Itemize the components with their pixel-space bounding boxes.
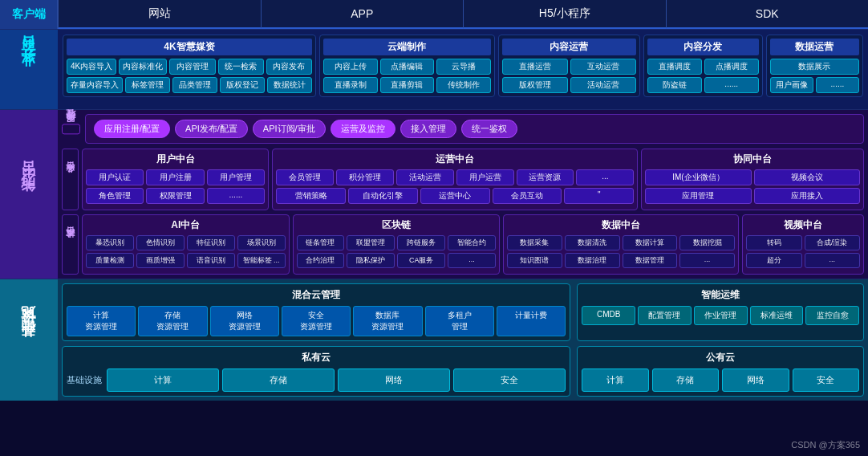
tech-platform-label: 技术 中台 bbox=[62, 214, 79, 275]
collab-platform-row2: 应用管理 应用接入 bbox=[645, 188, 860, 204]
tag-activity-ops: 活动运营 bbox=[570, 77, 636, 93]
cloud-row1: 内容上传 点播编辑 云导播 bbox=[323, 59, 491, 75]
content-ops-row2: 版权管理 活动运营 bbox=[502, 77, 636, 93]
ttag-quality: 质量检测 bbox=[86, 253, 134, 268]
ttag-data-collect: 数据采集 bbox=[507, 235, 562, 250]
ttag-data-clean: 数据清洗 bbox=[565, 235, 620, 250]
capability-content: 服务 管理 应用注册/配置 API发布/配置 API订阅/审批 运营及监控 接入… bbox=[58, 110, 868, 279]
module-data-ops-title: 数据运营 bbox=[770, 39, 859, 55]
service-mgmt-pills: 应用注册/配置 API发布/配置 API订阅/审批 运营及监控 接入管理 统一鉴… bbox=[85, 114, 864, 144]
public-cloud-tags: 计算 存储 网络 安全 bbox=[582, 368, 859, 392]
collab-platform-row1: IM(企业微信） 视频会议 bbox=[645, 169, 860, 185]
user-platform: 用户中台 用户认证 用户注册 用户管理 角色管理 权限管理 ...... bbox=[82, 149, 269, 210]
module-cloud-prod: 云端制作 内容上传 点播编辑 云导播 直播录制 直播剪辑 传统制作 bbox=[319, 35, 495, 97]
tag-copyright-mgmt: 版权管理 bbox=[502, 77, 568, 93]
ptag-ops-center: 运营中心 bbox=[420, 188, 490, 204]
pill-api-sub[interactable]: API订阅/审批 bbox=[253, 120, 326, 138]
module-4k-title: 4K智慧媒资 bbox=[67, 39, 312, 55]
data-row2: 知识图谱 数据治理 数据管理 ... bbox=[507, 253, 735, 268]
ptag-activity-ops: 活动运营 bbox=[396, 169, 454, 185]
ops-platform-row2: 营销策略 自动化引擎 运营中心 会员互动 " bbox=[276, 188, 634, 204]
data-platform-title: 数据中台 bbox=[507, 218, 735, 232]
tag-data-display: 数据展示 bbox=[770, 59, 859, 75]
infra-top: 混合云管理 计算资源管理 存储资源管理 网络资源管理 安全资源管理 数据库资源管… bbox=[62, 283, 864, 341]
hybrid-cloud-group: 混合云管理 计算资源管理 存储资源管理 网络资源管理 安全资源管理 数据库资源管… bbox=[62, 283, 570, 341]
tag-interactive-ops: 互动运营 bbox=[570, 59, 636, 75]
ai-row2: 质量检测 画质增强 语音识别 智能标签 ... bbox=[86, 253, 286, 268]
ttag-enhance: 画质增强 bbox=[136, 253, 185, 268]
tag-dist-ellipsis: ...... bbox=[704, 77, 759, 93]
pill-api-pub[interactable]: API发布/配置 bbox=[175, 120, 248, 138]
biz-platform-label: 业务 中台 bbox=[62, 149, 79, 210]
hybrid-cloud-title: 混合云管理 bbox=[67, 288, 566, 302]
ptag-mkt-strategy: 营销策略 bbox=[276, 188, 346, 204]
itag-network-res: 网络资源管理 bbox=[210, 306, 279, 336]
video-platform: 视频中台 转码 合成/渲染 超分 ... bbox=[742, 214, 864, 275]
content-ops-row1: 直播运营 互动运营 bbox=[502, 59, 636, 75]
itag-job-mgmt: 作业管理 bbox=[694, 306, 748, 325]
bc-row2: 合约治理 隐私保护 CA服务 ... bbox=[297, 253, 497, 268]
itag-compute-res: 计算资源管理 bbox=[67, 306, 136, 336]
itag-config-mgmt: 配置管理 bbox=[638, 306, 692, 325]
capability-row: 能力 中台 服务 管理 应用注册/配置 API发布/配置 API订阅/审批 运营… bbox=[0, 109, 868, 279]
itag-db-res: 数据库资源管理 bbox=[353, 306, 422, 336]
tag-cloud-edit: 点播编辑 bbox=[380, 59, 435, 75]
pill-access-mgmt[interactable]: 接入管理 bbox=[400, 120, 456, 138]
bc-row1: 链条管理 联盟管理 跨链服务 智能合约 bbox=[297, 235, 497, 250]
module-content-dist-rows: 直播调度 点播调度 防盗链 ...... bbox=[647, 59, 759, 93]
tag-cloud-trad: 传统制作 bbox=[436, 77, 491, 93]
itag-storage-res: 存储资源管理 bbox=[138, 306, 207, 336]
ttag-alliance: 联盟管理 bbox=[347, 235, 395, 250]
biz-platform-text: 业务 中台 bbox=[64, 178, 76, 181]
module-content-dist-title: 内容分发 bbox=[647, 39, 759, 55]
ibtag-private-network: 网络 bbox=[338, 368, 450, 392]
ibtag-public-network: 网络 bbox=[722, 368, 789, 392]
itag-cmdb: CMDB bbox=[582, 306, 635, 325]
tag-4k-category: 品类管理 bbox=[172, 77, 217, 93]
tag-cloud-live: 云导播 bbox=[436, 59, 491, 75]
main-container: 客户端 网站 APP H5/小程序 SDK 业务 前台 4K智慧媒资 4K内容导… bbox=[0, 0, 868, 401]
private-cloud-group: 私有云 基础设施 计算 存储 网络 安全 bbox=[62, 346, 570, 397]
ptag-user-ellipsis: ...... bbox=[207, 188, 265, 204]
biz-front-label: 业务 前台 bbox=[0, 30, 58, 109]
ptag-ops-ellipsis: ... bbox=[576, 169, 634, 185]
tech-platform-row: 技术 中台 AI中台 暴恐识别 色情识别 特征识别 场景识别 质量检测 画质增强… bbox=[62, 214, 864, 275]
biz-front-content: 4K智慧媒资 4K内容导入 内容标准化 内容管理 统一检索 内容发布 存量内容导… bbox=[58, 30, 868, 109]
ttag-violent: 暴恐识别 bbox=[86, 235, 134, 250]
private-cloud-title: 私有云 bbox=[67, 351, 566, 364]
ttag-feature: 特征识别 bbox=[187, 235, 235, 250]
client-label: 客户端 bbox=[0, 0, 58, 29]
ptag-ops-row2-ellipsis: " bbox=[564, 188, 634, 204]
ttag-privacy: 隐私保护 bbox=[347, 253, 395, 268]
dist-row1: 直播调度 点播调度 bbox=[647, 59, 759, 75]
pill-app-reg[interactable]: 应用注册/配置 bbox=[94, 120, 170, 138]
private-cloud-tags: 计算 存储 网络 安全 bbox=[107, 368, 566, 392]
header-app: APP bbox=[261, 0, 464, 29]
header-website: 网站 bbox=[58, 0, 261, 29]
service-mgmt-label: 服务 管理 bbox=[62, 124, 80, 134]
data-ops-row2: 用户画像 ...... bbox=[770, 77, 859, 93]
ttag-video-ellipsis: ... bbox=[805, 253, 861, 268]
public-cloud-group: 公有云 计算 存储 网络 安全 bbox=[577, 346, 864, 397]
module-cloud-prod-title: 云端制作 bbox=[323, 39, 491, 55]
video-platform-title: 视频中台 bbox=[746, 218, 860, 232]
smart-ops-tags: CMDB 配置管理 作业管理 标准运维 监控自愈 bbox=[582, 306, 859, 325]
tag-user-portrait: 用户画像 bbox=[770, 77, 813, 93]
module-data-ops-rows: 数据展示 用户画像 ...... bbox=[770, 59, 859, 93]
ptag-im: IM(企业微信） bbox=[645, 169, 751, 185]
ibtag-public-storage: 存储 bbox=[652, 368, 719, 392]
ttag-contract-gov: 合约治理 bbox=[297, 253, 345, 268]
private-cloud-content: 基础设施 计算 存储 网络 安全 bbox=[67, 368, 566, 392]
collab-platform: 协同中台 IM(企业微信） 视频会议 应用管理 应用接入 bbox=[641, 149, 864, 210]
capability-label: 能力 中台 bbox=[0, 110, 58, 279]
pill-ops-monitor[interactable]: 运营及监控 bbox=[331, 120, 395, 138]
pill-unified-auth[interactable]: 统一鉴权 bbox=[461, 120, 517, 138]
ptag-app-mgmt: 应用管理 bbox=[645, 188, 751, 204]
module-4k-row2: 存量内容导入 标签管理 品类管理 版权登记 数据统计 bbox=[67, 77, 312, 93]
ttag-cross-chain: 跨链服务 bbox=[397, 235, 445, 250]
module-4k: 4K智慧媒资 4K内容导入 内容标准化 内容管理 统一检索 内容发布 存量内容导… bbox=[63, 35, 316, 97]
user-platform-title: 用户中台 bbox=[86, 153, 265, 166]
module-4k-rows: 4K内容导入 内容标准化 内容管理 统一检索 内容发布 存量内容导入 标签管理 … bbox=[67, 59, 312, 93]
ptag-role-mgmt: 角色管理 bbox=[86, 188, 144, 204]
tag-4k-publish: 内容发布 bbox=[266, 59, 312, 75]
